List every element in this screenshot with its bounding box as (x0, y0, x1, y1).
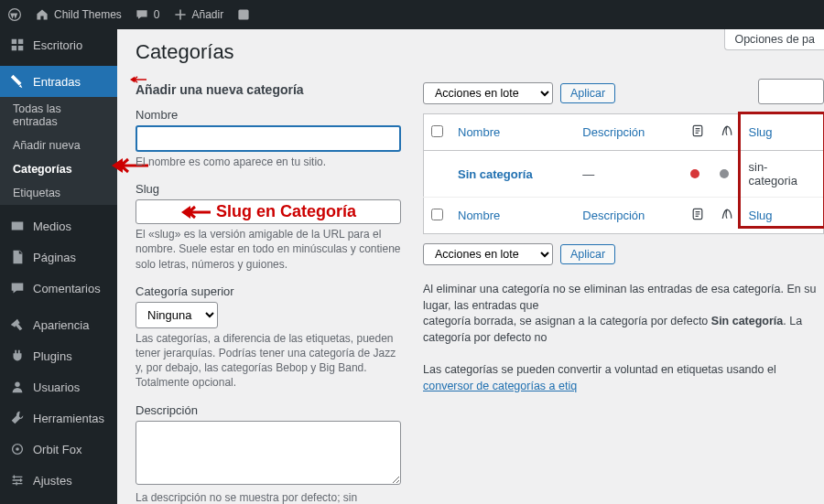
row-slug: sin-categoria (742, 151, 824, 198)
desc-label: Descripción (136, 403, 401, 417)
desc-textarea[interactable] (136, 421, 401, 485)
categories-list: Acciones en lote Aplicar Nombre Descripc… (423, 82, 824, 504)
col-slug[interactable]: Slug (742, 114, 824, 151)
row-readability (683, 151, 712, 198)
sidebar-sub-tags[interactable]: Etiquetas (0, 181, 117, 205)
form-heading: Añadir una nueva categoría (136, 82, 401, 97)
slug-help: El «slug» es la versión amigable de la U… (136, 227, 401, 272)
apply-button[interactable]: Aplicar (560, 83, 615, 103)
bulk-action-select-bottom[interactable]: Acciones en lote (423, 243, 553, 265)
sidebar-item-dashboard[interactable]: Escritorio (0, 29, 117, 60)
sidebar-item-media[interactable]: Medios (0, 210, 117, 241)
slug-input[interactable] (136, 199, 401, 224)
add-new-link[interactable]: Añadir (173, 7, 224, 22)
desc-help: La descripción no se muestra por defecto… (136, 490, 401, 505)
col-name[interactable]: Nombre (450, 114, 575, 151)
search-box (758, 79, 824, 104)
name-input[interactable] (136, 125, 401, 152)
sidebar-sub-categories[interactable]: Categorías (0, 157, 117, 181)
site-link[interactable]: Child Themes (35, 7, 122, 22)
row-name[interactable]: Sin categoría (450, 151, 575, 198)
col-desc[interactable]: Descripción (575, 114, 682, 151)
row-desc: — (575, 151, 682, 198)
slug-label: Slug (136, 182, 401, 196)
col-desc-foot[interactable]: Descripción (575, 198, 682, 234)
page-title: Categorías (136, 40, 824, 64)
svg-point-4 (16, 447, 19, 451)
delete-note: Al eliminar una categoría no se eliminan… (423, 282, 824, 346)
sidebar-item-users[interactable]: Usuarios (0, 371, 117, 402)
sidebar-item-tools[interactable]: Herramientas (0, 402, 117, 434)
col-readability-icon-foot[interactable] (683, 198, 712, 234)
parent-help: Las categorías, a diferencia de las etiq… (136, 331, 401, 391)
svg-point-2 (15, 382, 19, 387)
search-input[interactable] (758, 79, 824, 104)
col-name-foot[interactable]: Nombre (450, 198, 575, 234)
name-label: Nombre (136, 108, 401, 122)
col-seo-icon-foot[interactable] (712, 198, 742, 234)
screen-options-button[interactable]: Opciones de pa (724, 29, 824, 50)
col-slug-foot[interactable]: Slug (742, 198, 824, 234)
svg-rect-1 (239, 9, 249, 19)
admin-sidebar: Escritorio Entradas Todas las entradas A… (0, 29, 117, 504)
comments-link[interactable]: 0 (135, 7, 160, 22)
sidebar-item-plugins[interactable]: Plugins (0, 340, 117, 371)
sidebar-item-appearance[interactable]: Apariencia (0, 309, 117, 340)
main-content: Opciones de pa Categorías Añadir una nue… (117, 29, 824, 504)
row-seo (712, 151, 742, 198)
yoast-topbar[interactable] (236, 7, 251, 22)
sidebar-item-posts[interactable]: Entradas (0, 66, 117, 97)
select-all-checkbox[interactable] (431, 125, 443, 137)
wp-logo[interactable] (7, 7, 22, 22)
select-all-checkbox-bottom[interactable] (431, 209, 443, 220)
sidebar-item-comments[interactable]: Comentarios (0, 273, 117, 304)
name-help: El nombre es como aparece en tu sitio. (136, 155, 401, 169)
sidebar-item-pages[interactable]: Páginas (0, 241, 117, 273)
parent-select[interactable]: Ninguna (136, 302, 218, 328)
sidebar-sub-all-posts[interactable]: Todas las entradas (0, 97, 117, 134)
sidebar-item-settings[interactable]: Ajustes (0, 465, 117, 496)
parent-label: Categoría superior (136, 284, 401, 298)
table-row: Sin categoría — sin-categoria (424, 151, 824, 198)
col-readability-icon[interactable] (683, 114, 712, 151)
convert-note: Las categorías se pueden convertir a vol… (423, 362, 824, 394)
comments-count: 0 (154, 8, 160, 21)
bulk-action-select[interactable]: Acciones en lote (423, 82, 553, 104)
categories-table: Nombre Descripción Slug Sin categoría — (423, 113, 824, 234)
sidebar-sub-add-new[interactable]: Añadir nueva (0, 134, 117, 157)
apply-button-bottom[interactable]: Aplicar (560, 244, 615, 264)
col-seo-icon[interactable] (712, 114, 742, 151)
site-name: Child Themes (54, 8, 122, 21)
sidebar-item-orbitfox[interactable]: Orbit Fox (0, 434, 117, 465)
add-new-label: Añadir (192, 8, 224, 21)
admin-topbar: Child Themes 0 Añadir (0, 0, 824, 29)
converter-link[interactable]: conversor de categorías a etiq (423, 380, 577, 392)
posts-submenu: Todas las entradas Añadir nueva Categorí… (0, 97, 117, 205)
add-category-form: Añadir una nueva categoría Nombre El nom… (136, 82, 401, 504)
